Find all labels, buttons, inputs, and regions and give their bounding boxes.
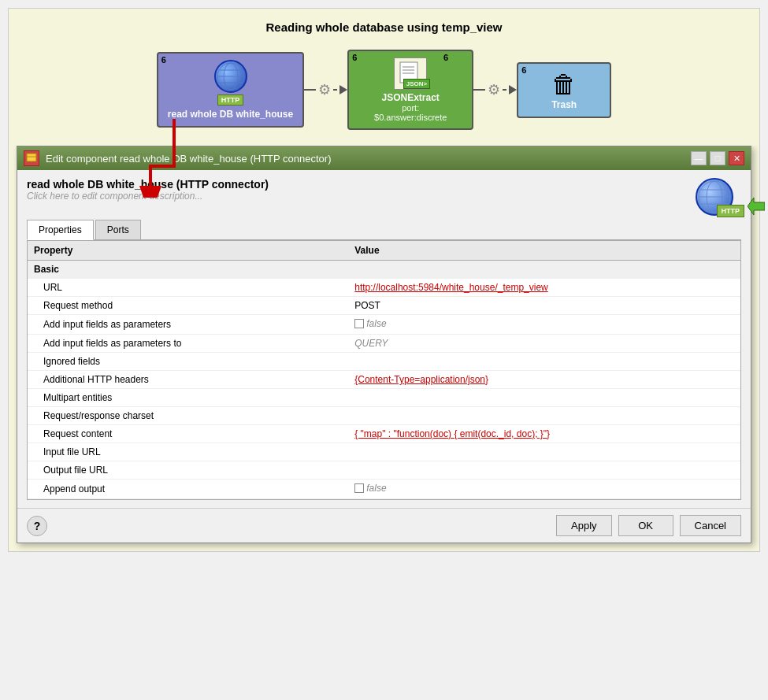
col-property: Property [28,241,348,261]
prop-value[interactable]: QUERY [348,335,728,353]
node-json-port: $0.answer:discrete [374,113,447,122]
prop-value[interactable]: {Content-Type=application/json} [348,371,728,389]
tab-bar: Properties Ports [27,220,741,240]
prop-name: Append output [28,480,348,499]
http-label: HTTP [717,205,745,217]
table-row[interactable]: Multipart entities [28,389,740,407]
prop-name: URL [28,279,348,297]
prop-name: Input file URL [28,443,348,461]
pipeline-title: Reading whole database using temp_view [24,20,744,34]
section-name: Basic [28,261,728,279]
table-row[interactable]: Input file URL [28,443,740,461]
table-row[interactable]: Add input fields as parameters toQUERY [28,335,740,353]
table-row[interactable]: Ignored fields [28,353,740,371]
prop-name: Add input fields as parameters [28,315,348,335]
node-json-sublabel: port: [402,103,419,113]
prop-value[interactable] [348,407,728,425]
dialog-controls: — □ ✕ [691,151,744,165]
dialog-footer: ? Apply OK Cancel [17,508,751,543]
node-trash-label: Trash [551,99,577,110]
prop-value[interactable] [348,443,728,461]
apply-button[interactable]: Apply [556,515,612,536]
pipeline-area: Reading whole database using temp_view 6 [9,9,759,146]
prop-name: Request content [28,425,348,443]
prop-name: Multipart entities [28,389,348,407]
connector-1: ⚙ [304,81,347,98]
prop-value[interactable]: POST [348,297,728,315]
gear-icon-2: ⚙ [488,81,500,98]
node-read-count: 6 [161,55,166,65]
table-row[interactable]: Request/response charset [28,407,740,425]
table-row[interactable]: Request content{ "map" : "function(doc) … [28,425,740,443]
table-row[interactable]: Output file URL [28,461,740,480]
gear-icon-1: ⚙ [318,81,331,98]
section-header: Basic [28,261,740,279]
globe-icon [214,60,247,93]
dialog-title-text: Edit component read whole DB white_house… [46,153,332,165]
component-description[interactable]: Click here to edit component description… [27,191,269,202]
prop-value[interactable]: { "map" : "function(doc) { emit(doc._id,… [348,425,728,443]
prop-name: Additional HTTP headers [28,371,348,389]
close-button[interactable]: ✕ [729,151,744,165]
dialog-body: read whole DB white_house (HTTP connecto… [17,170,751,508]
node-json[interactable]: 6 6 JSON> JSONExtract port: $0.an [347,50,473,130]
tab-properties[interactable]: Properties [27,220,94,240]
prop-value[interactable] [348,353,728,371]
trash-icon: 🗑 [551,70,577,99]
node-trash-count: 6 [521,65,526,75]
table-row[interactable]: Request methodPOST [28,297,740,315]
prop-value[interactable]: false [348,480,728,499]
component-title: read whole DB white_house (HTTP connecto… [27,178,269,191]
prop-name: Request method [28,297,348,315]
prop-name: Add input fields as parameters to [28,335,348,353]
prop-value[interactable] [348,389,728,407]
prop-value[interactable]: false [348,315,728,335]
prop-name: Ignored fields [28,353,348,371]
prop-value[interactable]: http://localhost:5984/white_house/_temp_… [348,279,728,297]
http-badge: HTTP [217,94,244,106]
edit-dialog: Edit component read whole DB white_house… [17,146,751,543]
pipeline-nodes: 6 HTTP [24,50,744,130]
ok-button[interactable]: OK [618,515,673,536]
maximize-button[interactable]: □ [710,151,725,165]
node-trash[interactable]: 6 🗑 Trash [517,62,611,118]
component-header: read whole DB white_house (HTTP connecto… [27,178,741,216]
prop-name: Output file URL [28,461,348,480]
properties-table: Property Value BasicURLhttp://localhost:… [28,241,740,499]
node-read[interactable]: 6 HTTP [157,52,304,128]
prop-value[interactable] [348,461,728,480]
minimize-button[interactable]: — [691,151,707,165]
dialog-title-left: Edit component read whole DB white_house… [24,150,332,166]
footer-buttons: Apply OK Cancel [556,515,741,536]
prop-name: Request/response charset [28,407,348,425]
cancel-button[interactable]: Cancel [680,515,741,536]
tab-ports[interactable]: Ports [95,220,141,239]
table-row[interactable]: Append outputfalse [28,480,740,499]
table-row[interactable]: URLhttp://localhost:5984/white_house/_te… [28,279,740,297]
table-row[interactable]: Add input fields as parametersfalse [28,315,740,335]
table-row[interactable]: Additional HTTP headers{Content-Type=app… [28,371,740,389]
node-read-label: read whole DB white_house [168,109,293,120]
properties-table-wrapper[interactable]: Property Value BasicURLhttp://localhost:… [27,240,741,500]
connector-2: ⚙ [473,81,517,98]
main-container: Reading whole database using temp_view 6 [8,8,760,552]
node-json-label: JSONExtract [382,92,440,103]
svg-rect-10 [27,154,36,161]
col-value: Value [348,241,728,261]
svg-marker-17 [748,198,765,215]
help-button[interactable]: ? [27,516,47,536]
node-json-count: 6 [352,53,357,62]
http-globe-icon: HTTP [696,178,733,216]
dialog-icon [24,150,39,166]
dialog-titlebar: Edit component read whole DB white_house… [17,146,751,170]
